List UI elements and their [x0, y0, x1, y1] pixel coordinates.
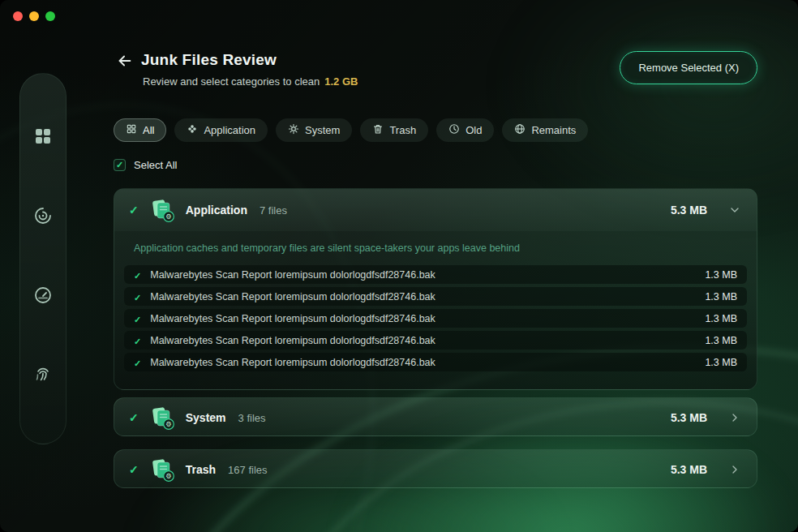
total-size-value: 1.2 GB	[324, 75, 358, 88]
filter-chip-old[interactable]: Old	[436, 118, 494, 142]
filter-chip-label: Old	[466, 124, 482, 136]
filter-chip-label: Remaints	[531, 124, 576, 136]
file-row[interactable]: Malwarebytes Scan Report loremipsum dolo…	[124, 309, 747, 328]
file-checkbox[interactable]	[134, 355, 141, 370]
category-body: Application caches and temporary files a…	[114, 231, 757, 383]
category-description: Application caches and temporary files a…	[134, 242, 737, 254]
file-size: 1.3 MB	[705, 269, 737, 281]
filter-chip-all[interactable]: All	[114, 118, 166, 142]
category-checkbox[interactable]	[129, 462, 139, 477]
chevron-right-icon[interactable]	[727, 462, 742, 477]
sidebar-item-scanner[interactable]	[32, 205, 54, 228]
category-header-trash[interactable]: ⚙ Trash 167 files 5.3 MB	[114, 450, 757, 488]
window-controls	[13, 11, 55, 21]
category-size: 5.3 MB	[671, 463, 707, 476]
sidebar-item-dashboard[interactable]	[32, 126, 54, 148]
apps-grid-icon	[33, 127, 53, 148]
file-row[interactable]: Malwarebytes Scan Report loremipsum dolo…	[124, 265, 747, 284]
file-size: 1.3 MB	[705, 313, 737, 324]
file-name: Malwarebytes Scan Report loremipsum dolo…	[150, 269, 435, 281]
stacked-files-gear-icon: ⚙	[149, 457, 175, 483]
file-size: 1.3 MB	[705, 335, 737, 346]
gear-icon	[288, 123, 299, 137]
category-name: Trash	[186, 463, 216, 476]
chevron-right-icon[interactable]	[727, 410, 742, 425]
category-checkbox[interactable]	[129, 203, 139, 217]
category-size: 5.3 MB	[671, 204, 707, 217]
select-all[interactable]: Select All	[114, 159, 177, 171]
stacked-files-gear-icon: ⚙	[149, 197, 175, 223]
close-button[interactable]	[13, 11, 23, 21]
svg-text:⚙: ⚙	[165, 420, 172, 428]
category-header-system[interactable]: ⚙ System 3 files 5.3 MB	[114, 398, 757, 436]
file-name: Malwarebytes Scan Report loremipsum dolo…	[150, 313, 435, 324]
globe-icon	[514, 123, 526, 137]
file-checkbox[interactable]	[134, 311, 141, 326]
stacked-files-gear-icon: ⚙	[149, 405, 175, 431]
minimize-button[interactable]	[29, 11, 39, 21]
page-subtitle: Review and select categories to clean1.2…	[143, 75, 358, 88]
file-size: 1.3 MB	[705, 357, 737, 368]
filter-chips: All Application System	[114, 118, 588, 142]
clock-icon	[448, 123, 460, 137]
file-name: Malwarebytes Scan Report loremipsum dolo…	[150, 291, 435, 302]
category-card-application: ⚙ Application 7 files 5.3 MB Application…	[114, 188, 757, 390]
filter-chip-trash[interactable]: Trash	[360, 118, 428, 142]
fingerprint-icon	[33, 365, 53, 387]
category-count: 3 files	[238, 412, 266, 424]
sidebar-item-performance[interactable]	[32, 285, 54, 307]
zoom-button[interactable]	[45, 11, 55, 21]
filter-chip-label: Trash	[389, 124, 416, 136]
arrow-left-icon	[116, 52, 134, 72]
filter-chip-application[interactable]: Application	[174, 118, 268, 142]
file-checkbox[interactable]	[134, 268, 141, 282]
speedometer-icon	[33, 285, 53, 307]
page-title: Junk Files Review	[141, 51, 277, 69]
file-row[interactable]: Malwarebytes Scan Report loremipsum dolo…	[124, 287, 747, 306]
filter-chip-label: System	[305, 124, 340, 136]
select-all-checkbox[interactable]	[114, 159, 126, 171]
vortex-scan-icon	[33, 206, 53, 228]
svg-text:⚙: ⚙	[165, 472, 172, 480]
category-size: 5.3 MB	[671, 411, 707, 424]
category-count: 167 files	[228, 464, 267, 476]
filter-chip-label: All	[143, 124, 154, 136]
category-count: 7 files	[260, 204, 287, 217]
app-window: Junk Files Review Review and select cate…	[0, 0, 798, 532]
filter-chip-label: Application	[204, 124, 255, 136]
remove-selected-button[interactable]: Remove Selected (X)	[620, 51, 757, 84]
select-all-label: Select All	[134, 159, 177, 171]
file-row[interactable]: Malwarebytes Scan Report loremipsum dolo…	[124, 331, 747, 350]
sidebar-item-privacy[interactable]	[32, 364, 54, 387]
svg-text:⚙: ⚙	[165, 212, 172, 221]
file-checkbox[interactable]	[134, 290, 141, 304]
grid-icon	[126, 123, 137, 137]
file-name: Malwarebytes Scan Report loremipsum dolo…	[150, 357, 435, 368]
back-button[interactable]	[115, 53, 135, 71]
category-checkbox[interactable]	[129, 410, 139, 425]
file-list: Malwarebytes Scan Report loremipsum dolo…	[124, 265, 747, 371]
chevron-down-icon[interactable]	[727, 203, 742, 217]
category-card-system: ⚙ System 3 files 5.3 MB	[114, 397, 757, 436]
sidebar	[19, 73, 66, 444]
file-row[interactable]: Malwarebytes Scan Report loremipsum dolo…	[124, 353, 747, 371]
flower-gear-icon	[187, 123, 198, 137]
subtitle-text: Review and select categories to clean	[143, 75, 320, 88]
file-name: Malwarebytes Scan Report loremipsum dolo…	[150, 335, 435, 346]
file-checkbox[interactable]	[134, 333, 141, 348]
trash-icon	[372, 123, 384, 137]
category-card-trash: ⚙ Trash 167 files 5.3 MB	[114, 449, 757, 488]
filter-chip-remaints[interactable]: Remaints	[502, 118, 588, 142]
file-size: 1.3 MB	[705, 291, 737, 302]
category-name: System	[186, 411, 226, 424]
filter-chip-system[interactable]: System	[276, 118, 352, 142]
category-header-application[interactable]: ⚙ Application 7 files 5.3 MB	[114, 189, 757, 231]
category-name: Application	[186, 204, 247, 217]
